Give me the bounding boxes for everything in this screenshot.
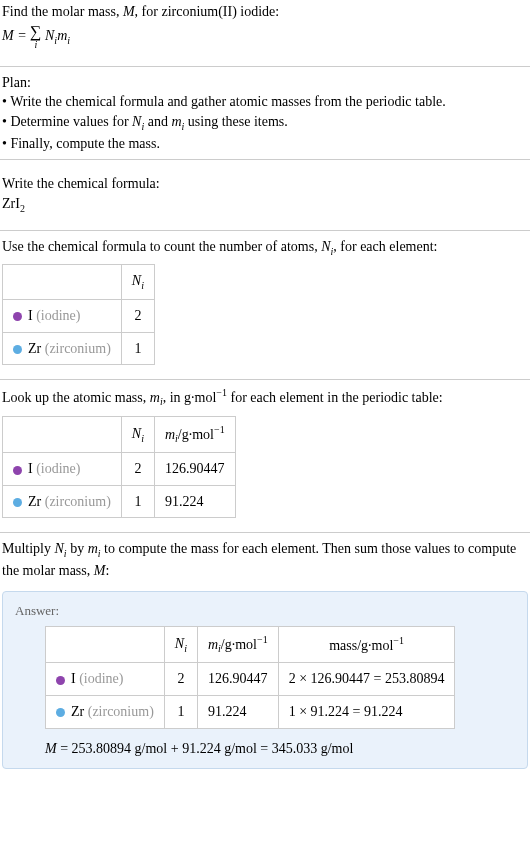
intro-formula: M = ∑i Nimi [2, 24, 528, 50]
cell-m: 91.224 [154, 485, 235, 518]
dot-icon [56, 708, 65, 717]
intro-section: Find the molar mass, M, for zirconium(II… [0, 0, 530, 58]
sigma-icon: ∑i [30, 24, 41, 50]
table-row: Zr (zirconium) 1 [3, 332, 155, 365]
eq-lhs: M = [2, 28, 30, 43]
intro-line1: Find the molar mass, [2, 4, 123, 19]
th-mi: mi/g·mol−1 [197, 627, 278, 663]
th-Ni: Ni [121, 265, 154, 300]
table-row: Zr (zirconium) 1 91.224 1 × 91.224 = 91.… [46, 696, 455, 729]
answer-table: Ni mi/g·mol−1 mass/g·mol−1 I (iodine) 2 … [45, 626, 455, 729]
dot-icon [13, 466, 22, 475]
table-row: I (iodine) 2 126.90447 [3, 453, 236, 486]
table-header-row: Ni mi/g·mol−1 mass/g·mol−1 [46, 627, 455, 663]
table-row: I (iodine) 2 [3, 300, 155, 333]
answer-final: M = 253.80894 g/mol + 91.224 g/mol = 345… [45, 739, 515, 759]
formula-heading: Write the chemical formula: [2, 174, 528, 194]
formula-value: ZrI2 [2, 194, 528, 216]
lookup-section: Look up the atomic mass, mi, in g·mol−1 … [0, 379, 530, 524]
cell-n: 1 [164, 696, 197, 729]
cell-n: 1 [121, 485, 154, 518]
cell-element: I (iodine) [3, 453, 122, 486]
multiply-heading: Multiply Ni by mi to compute the mass fo… [2, 539, 528, 580]
cell-n: 2 [121, 453, 154, 486]
th-blank [3, 416, 122, 452]
th-blank [3, 265, 122, 300]
table-row: I (iodine) 2 126.90447 2 × 126.90447 = 2… [46, 663, 455, 696]
plan-heading: Plan: [2, 73, 528, 93]
table-header-row: Ni mi/g·mol−1 [3, 416, 236, 452]
intro-line1b: , for zirconium(II) iodide: [135, 4, 280, 19]
plan-bullet-2: • Determine values for Ni and mi using t… [2, 112, 528, 134]
formula-section: Write the chemical formula: ZrI2 [0, 168, 530, 221]
answer-label: Answer: [15, 602, 515, 620]
cell-m: 91.224 [197, 696, 278, 729]
dot-icon [13, 345, 22, 354]
eq-N: N [42, 28, 55, 43]
var-M: M [123, 4, 135, 19]
dot-icon [13, 312, 22, 321]
cell-calc: 2 × 126.90447 = 253.80894 [278, 663, 455, 696]
cell-element: Zr (zirconium) [3, 485, 122, 518]
cell-m: 126.90447 [197, 663, 278, 696]
cell-element: I (iodine) [46, 663, 165, 696]
lookup-table: Ni mi/g·mol−1 I (iodine) 2 126.90447 Zr … [2, 416, 236, 519]
cell-element: Zr (zirconium) [3, 332, 122, 365]
cell-n: 1 [121, 332, 154, 365]
cell-m: 126.90447 [154, 453, 235, 486]
plan-bullet-3: • Finally, compute the mass. [2, 134, 528, 154]
count-section: Use the chemical formula to count the nu… [0, 230, 530, 372]
plan-section: Plan: • Write the chemical formula and g… [0, 66, 530, 161]
intro-text: Find the molar mass, M, for zirconium(II… [2, 2, 528, 22]
th-mass: mass/g·mol−1 [278, 627, 455, 663]
dot-icon [13, 498, 22, 507]
table-header-row: Ni [3, 265, 155, 300]
table-row: Zr (zirconium) 1 91.224 [3, 485, 236, 518]
th-Ni: Ni [164, 627, 197, 663]
count-heading: Use the chemical formula to count the nu… [2, 237, 528, 259]
cell-calc: 1 × 91.224 = 91.224 [278, 696, 455, 729]
eq-m: m [57, 28, 67, 43]
count-table: Ni I (iodine) 2 Zr (zirconium) 1 [2, 264, 155, 365]
cell-element: I (iodine) [3, 300, 122, 333]
cell-n: 2 [164, 663, 197, 696]
lookup-heading: Look up the atomic mass, mi, in g·mol−1 … [2, 386, 528, 409]
plan-bullet-1: • Write the chemical formula and gather … [2, 92, 528, 112]
dot-icon [56, 676, 65, 685]
answer-box: Answer: Ni mi/g·mol−1 mass/g·mol−1 I (io… [2, 591, 528, 769]
th-blank [46, 627, 165, 663]
th-Ni: Ni [121, 416, 154, 452]
eq-m-sub: i [67, 35, 70, 46]
th-mi: mi/g·mol−1 [154, 416, 235, 452]
cell-element: Zr (zirconium) [46, 696, 165, 729]
multiply-section: Multiply Ni by mi to compute the mass fo… [0, 532, 530, 582]
cell-n: 2 [121, 300, 154, 333]
